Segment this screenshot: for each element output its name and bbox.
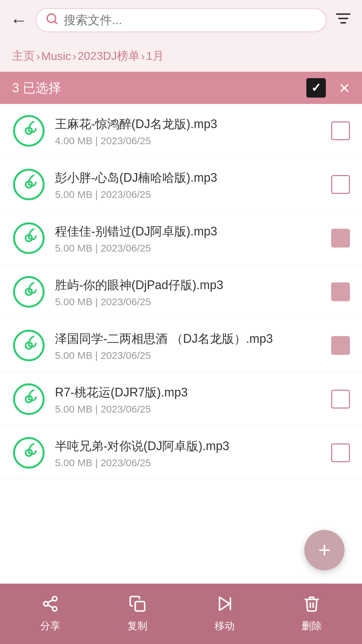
search-input[interactable] <box>64 13 316 27</box>
file-checkbox[interactable] <box>331 390 350 409</box>
music-file-icon <box>12 329 46 362</box>
music-file-icon <box>12 221 46 255</box>
filter-button[interactable] <box>335 10 352 31</box>
list-item[interactable]: 王麻花-惊鸿醉(DJ名龙版).mp34.00 MB | 2023/06/25 <box>0 104 362 158</box>
music-file-icon <box>12 275 46 309</box>
selection-bar: 3 已选择 × <box>0 72 362 104</box>
share-icon <box>42 595 59 616</box>
file-info: 王麻花-惊鸿醉(DJ名龙版).mp34.00 MB | 2023/06/25 <box>55 115 322 147</box>
bottom-delete-label: 删除 <box>302 619 322 633</box>
file-checkbox[interactable] <box>331 336 350 355</box>
breadcrumb-music[interactable]: Music <box>41 50 71 63</box>
select-all-icon <box>306 78 326 98</box>
file-list: 王麻花-惊鸿醉(DJ名龙版).mp34.00 MB | 2023/06/25 彭… <box>0 104 362 540</box>
file-checkbox[interactable] <box>331 229 350 248</box>
svg-line-22 <box>48 605 53 608</box>
list-item[interactable]: 程佳佳-别错过(DJ阿卓版).mp35.00 MB | 2023/06/25 <box>0 211 362 265</box>
search-bar[interactable] <box>36 8 326 32</box>
file-name: 彭小胖-心岛(DJ楠哈哈版).mp3 <box>55 169 322 187</box>
file-info: 半吨兄弟-对你说(DJ阿卓版).mp35.00 MB | 2023/06/25 <box>55 437 322 469</box>
file-checkbox[interactable] <box>331 282 350 301</box>
copy-icon <box>129 595 146 616</box>
file-info: R7-桃花运(DJR7版).mp35.00 MB | 2023/06/25 <box>55 383 322 415</box>
file-checkbox[interactable] <box>331 443 350 462</box>
file-meta: 5.00 MB | 2023/06/25 <box>55 350 322 361</box>
file-meta: 5.00 MB | 2023/06/25 <box>55 404 322 415</box>
file-name: 半吨兄弟-对你说(DJ阿卓版).mp3 <box>55 437 322 455</box>
file-checkbox[interactable] <box>331 175 350 194</box>
bottom-delete-button[interactable]: 删除 <box>302 595 322 633</box>
header: ← <box>0 0 362 40</box>
file-name: R7-桃花运(DJR7版).mp3 <box>55 383 322 401</box>
svg-rect-24 <box>135 601 145 611</box>
file-meta: 5.00 MB | 2023/06/25 <box>55 457 322 469</box>
bottom-bar: 分享复制移动删除 <box>0 584 362 644</box>
move-icon <box>216 595 233 616</box>
list-item[interactable]: R7-桃花运(DJR7版).mp35.00 MB | 2023/06/25 <box>0 372 362 426</box>
list-item[interactable]: 半吨兄弟-对你说(DJ阿卓版).mp35.00 MB | 2023/06/25 <box>0 426 362 480</box>
select-all-button[interactable] <box>304 76 328 100</box>
breadcrumb-current: 1月 <box>146 48 164 64</box>
fab-add-button[interactable]: + <box>304 530 345 570</box>
list-item[interactable]: 胜屿-你的眼神(DjPad仔版).mp35.00 MB | 2023/06/25 <box>0 265 362 319</box>
svg-rect-26 <box>230 597 231 610</box>
back-button[interactable]: ← <box>10 11 27 29</box>
file-meta: 4.00 MB | 2023/06/25 <box>55 135 322 147</box>
search-icon <box>46 12 58 28</box>
svg-line-1 <box>54 21 57 23</box>
music-file-icon <box>12 168 46 201</box>
file-name: 王麻花-惊鸿醉(DJ名龙版).mp3 <box>55 115 322 133</box>
close-selection-button[interactable]: × <box>339 78 350 97</box>
breadcrumb-2023dj[interactable]: 2023DJ榜单 <box>77 48 139 64</box>
list-item[interactable]: 彭小胖-心岛(DJ楠哈哈版).mp35.00 MB | 2023/06/25 <box>0 158 362 211</box>
delete-icon <box>303 595 320 616</box>
file-info: 胜屿-你的眼神(DjPad仔版).mp35.00 MB | 2023/06/25 <box>55 276 322 308</box>
bottom-share-button[interactable]: 分享 <box>40 595 60 633</box>
svg-line-23 <box>48 600 53 603</box>
file-info: 泽国同学-二两相思酒 （DJ名龙版）.mp35.00 MB | 2023/06/… <box>55 330 322 361</box>
file-name: 泽国同学-二两相思酒 （DJ名龙版）.mp3 <box>55 330 322 348</box>
breadcrumb: 主页 › Music › 2023DJ榜单 › 1月 <box>0 40 362 72</box>
file-name: 程佳佳-别错过(DJ阿卓版).mp3 <box>55 222 322 240</box>
file-info: 彭小胖-心岛(DJ楠哈哈版).mp35.00 MB | 2023/06/25 <box>55 169 322 200</box>
breadcrumb-home[interactable]: 主页 <box>12 48 35 64</box>
file-name: 胜屿-你的眼神(DjPad仔版).mp3 <box>55 276 322 294</box>
file-info: 程佳佳-别错过(DJ阿卓版).mp35.00 MB | 2023/06/25 <box>55 222 322 254</box>
bottom-move-button[interactable]: 移动 <box>215 595 235 633</box>
file-checkbox[interactable] <box>331 121 350 140</box>
bottom-copy-label: 复制 <box>127 619 147 633</box>
music-file-icon <box>12 382 46 416</box>
bottom-move-label: 移动 <box>215 619 235 633</box>
list-item[interactable]: 泽国同学-二两相思酒 （DJ名龙版）.mp35.00 MB | 2023/06/… <box>0 319 362 372</box>
bottom-copy-button[interactable]: 复制 <box>127 595 147 633</box>
file-meta: 5.00 MB | 2023/06/25 <box>55 296 322 308</box>
svg-marker-25 <box>220 597 230 610</box>
file-meta: 5.00 MB | 2023/06/25 <box>55 243 322 254</box>
selection-count: 3 已选择 <box>12 79 304 97</box>
music-file-icon <box>12 114 46 148</box>
bottom-share-label: 分享 <box>40 619 60 633</box>
music-file-icon <box>12 436 46 470</box>
file-meta: 5.00 MB | 2023/06/25 <box>55 189 322 200</box>
